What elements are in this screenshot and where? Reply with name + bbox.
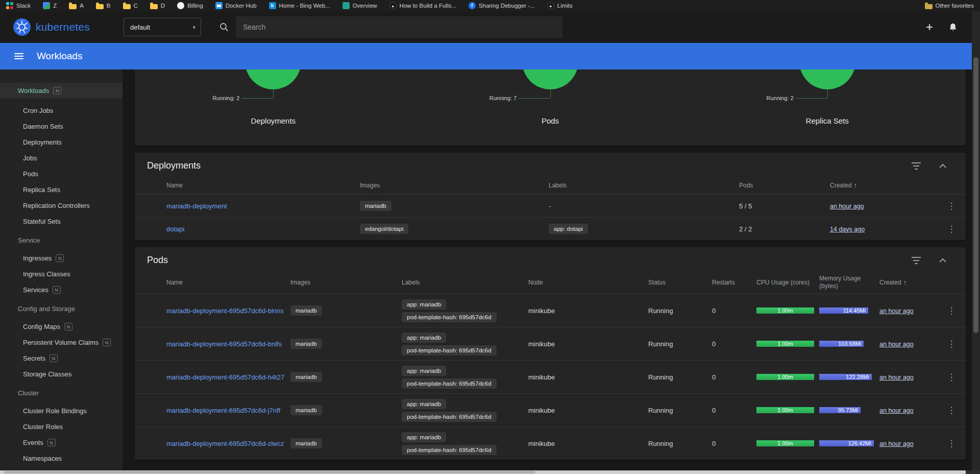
filter-icon[interactable] xyxy=(912,162,921,170)
bookmark-item-z[interactable]: Z xyxy=(43,2,57,9)
bookmark-item-limits[interactable]: ▲ Limits xyxy=(547,2,573,9)
bookmark-item-bing-home[interactable]: b Home - Bing Web... xyxy=(269,2,330,9)
bookmark-folder-d[interactable]: D xyxy=(150,3,165,9)
bookmark-item-slack[interactable]: Slack xyxy=(6,2,31,9)
bookmark-folder-a[interactable]: A xyxy=(69,3,84,9)
sidebar-item-config-maps[interactable]: Config MapsN xyxy=(0,319,122,335)
namespace-select[interactable]: default ▾ xyxy=(124,18,201,36)
deployment-name-link[interactable]: mariadb-deployment xyxy=(166,202,227,210)
column-header-created[interactable]: Created↑ xyxy=(874,279,937,287)
main-content: Running: 2 Deployments Running: 7 Pods R… xyxy=(122,69,972,470)
label-chip: app: mariadb xyxy=(402,366,446,376)
label-chip: app: dotapi xyxy=(549,224,588,234)
horizontal-scrollbar[interactable] xyxy=(0,470,966,474)
pod-name-link[interactable]: mariadb-deployment-695d57dc6d-zlwcz xyxy=(166,440,284,447)
replica-sets-status-chart: Running: 2 Replica Sets xyxy=(689,69,966,146)
bookmark-folder-c[interactable]: C xyxy=(123,3,138,9)
column-header-images: Images xyxy=(355,182,544,189)
sidebar-item-deployments[interactable]: Deployments xyxy=(0,134,122,150)
vertical-scrollbar[interactable] xyxy=(972,11,980,470)
bookmark-item-docker-hub[interactable]: Docker Hub xyxy=(215,2,257,9)
filter-icon[interactable] xyxy=(912,257,921,264)
memory-usage-bar: 126.42Mi xyxy=(819,440,874,446)
bookmark-item-sharing-debugger[interactable]: f Sharing Debugger -... xyxy=(469,2,535,9)
sidebar-item-ingresses[interactable]: IngressesN xyxy=(0,250,122,266)
sidebar-item-stateful-sets[interactable]: Stateful Sets xyxy=(0,214,122,229)
row-menu-kebab-icon[interactable]: ⋮ xyxy=(937,405,966,416)
sidebar-item-ingress-classes[interactable]: Ingress Classes xyxy=(0,266,122,282)
bookmarks-bar: Slack Z A B C D Billing Docker Hub b Hom… xyxy=(0,0,980,11)
sidebar-item-events[interactable]: EventsN xyxy=(0,435,122,451)
sidebar-item-workloads[interactable]: Workloads N xyxy=(0,83,122,99)
created-time-link[interactable]: an hour ago xyxy=(879,307,914,315)
column-header-status: Status xyxy=(643,279,707,287)
pod-name-link[interactable]: mariadb-deployment-695d57dc6d-bnlfs xyxy=(166,340,282,348)
bookmark-item-how-to-build[interactable]: ▲ How to Build a Fulls... xyxy=(389,2,456,9)
menu-hamburger-icon[interactable] xyxy=(14,53,23,59)
bookmark-folder-b[interactable]: B xyxy=(96,3,111,9)
table-row: mariadb-deployment-695d57dc6d-bnlfs mari… xyxy=(135,327,966,360)
deployments-card: Deployments Name Images Labels Pods Crea… xyxy=(135,153,966,240)
docker-icon xyxy=(215,2,223,9)
column-header-node: Node xyxy=(523,279,643,287)
kubernetes-brand[interactable]: kubernetes xyxy=(0,18,114,36)
row-menu-kebab-icon[interactable]: ⋮ xyxy=(937,201,966,211)
created-time-link[interactable]: 14 days ago xyxy=(830,226,865,233)
collapse-chevron-up-icon[interactable] xyxy=(939,163,946,168)
pod-name-link[interactable]: mariadb-deployment-695d57dc6d-blnns xyxy=(166,307,284,315)
column-header-created[interactable]: Created↑ xyxy=(825,182,937,189)
node-cell: minikube xyxy=(523,307,643,315)
create-resource-plus-button[interactable]: + xyxy=(926,21,933,33)
deployment-name-link[interactable]: dotapi xyxy=(166,225,184,233)
created-time-link[interactable]: an hour ago xyxy=(879,407,914,414)
sidebar-item-cluster-role-bindings[interactable]: Cluster Role Bindings xyxy=(0,403,122,419)
horizontal-scrollbar-thumb[interactable] xyxy=(4,471,535,473)
sidebar-item-secrets[interactable]: SecretsN xyxy=(0,350,122,366)
sidebar-item-replica-sets[interactable]: Replica Sets xyxy=(0,182,122,198)
sidebar-item-storage-classes[interactable]: Storage Classes xyxy=(0,366,122,382)
pod-name-link[interactable]: mariadb-deployment-695d57dc6d-j7nff xyxy=(166,407,280,414)
new-badge: N xyxy=(53,286,61,294)
row-menu-kebab-icon[interactable]: ⋮ xyxy=(937,224,966,234)
bookmark-item-overview[interactable]: Overview xyxy=(342,2,377,9)
triangle-circle-icon: ▲ xyxy=(547,2,554,9)
created-time-link[interactable]: an hour ago xyxy=(879,440,914,447)
sidebar-item-jobs[interactable]: Jobs xyxy=(0,150,122,166)
created-time-link[interactable]: an hour ago xyxy=(879,374,914,381)
row-menu-kebab-icon[interactable]: ⋮ xyxy=(937,339,966,349)
search-bar xyxy=(219,16,562,38)
restarts-cell: 0 xyxy=(707,373,751,381)
sidebar-item-services[interactable]: ServicesN xyxy=(0,282,122,298)
sidebar-item-cron-jobs[interactable]: Cron Jobs xyxy=(0,103,122,118)
notifications-bell-icon[interactable] xyxy=(948,22,958,32)
sidebar-item-pods[interactable]: Pods xyxy=(0,166,122,182)
sort-ascending-icon: ↑ xyxy=(903,279,906,286)
sidebar-item-persistent-volume-claims[interactable]: Persistent Volume ClaimsN xyxy=(0,335,122,350)
folder-icon xyxy=(69,4,77,9)
running-count-label: Running: 7 xyxy=(489,95,517,101)
workload-status-card: Running: 2 Deployments Running: 7 Pods R… xyxy=(135,69,966,146)
sidebar-item-namespaces[interactable]: Namespaces xyxy=(0,451,122,466)
header-actions: + xyxy=(926,21,972,33)
sidebar-item-cluster-roles[interactable]: Cluster Roles xyxy=(0,419,122,435)
facebook-icon: f xyxy=(469,2,476,9)
bookmark-item-billing[interactable]: Billing xyxy=(177,2,203,9)
row-menu-kebab-icon[interactable]: ⋮ xyxy=(937,372,966,383)
sidebar-item-replication-controllers[interactable]: Replication Controllers xyxy=(0,198,122,214)
created-time-link[interactable]: an hour ago xyxy=(830,203,864,210)
status-cell: Running xyxy=(643,307,707,315)
vertical-scrollbar-thumb[interactable] xyxy=(973,57,978,333)
labels-cell: - xyxy=(544,202,734,210)
collapse-chevron-up-icon[interactable] xyxy=(939,258,946,263)
created-time-link[interactable]: an hour ago xyxy=(879,341,914,348)
other-favorites-button[interactable]: Other favorites xyxy=(925,3,974,9)
sidebar-section-cluster: Cluster xyxy=(0,385,122,401)
row-menu-kebab-icon[interactable]: ⋮ xyxy=(937,305,966,316)
sidebar-item-daemon-sets[interactable]: Daemon Sets xyxy=(0,118,122,134)
deployments-status-chart: Running: 2 Deployments xyxy=(135,69,412,146)
search-input[interactable] xyxy=(236,16,562,38)
sidebar-nav: Workloads N Cron Jobs Daemon Sets Deploy… xyxy=(0,69,122,470)
pod-name-link[interactable]: mariadb-deployment-695d57dc6d-h4t27 xyxy=(166,373,284,381)
memory-usage-bar: 122.28Mi xyxy=(819,374,874,380)
row-menu-kebab-icon[interactable]: ⋮ xyxy=(937,438,966,449)
